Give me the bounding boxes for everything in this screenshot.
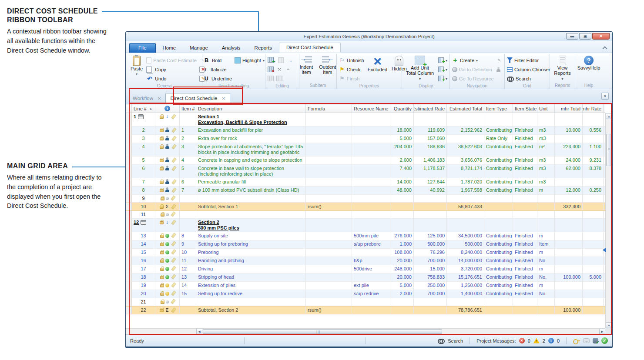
cell-qty[interactable] — [390, 307, 414, 314]
grid-row-2[interactable]: 21Excavation and backfill for pier18.000… — [126, 127, 605, 135]
cell-line[interactable]: 6 — [132, 165, 155, 178]
cell-total[interactable]: 1,400.000 — [447, 290, 484, 298]
cell-info[interactable]: Σ — [155, 307, 180, 314]
cell-qty[interactable] — [390, 219, 414, 232]
cell-resource[interactable] — [352, 219, 390, 232]
cell-gutter[interactable] — [126, 298, 132, 306]
cell-qty[interactable] — [390, 113, 414, 126]
vertical-scrollbar[interactable]: ▲ ▼ — [605, 113, 612, 328]
insert-row-button[interactable]: ▾ — [268, 57, 275, 63]
cell-line[interactable]: 21 — [132, 298, 155, 306]
cell-total[interactable]: 8,240.000 — [447, 249, 484, 257]
copy-button[interactable]: Copy — [145, 65, 198, 74]
paste-cost-estimate-button[interactable]: Paste Cost Estimate — [145, 56, 198, 65]
cell-resource[interactable] — [352, 211, 390, 218]
grid-row-7[interactable]: 76Permeable granular fill14.000127.6441,… — [126, 178, 605, 187]
cell-qty[interactable] — [390, 195, 414, 202]
cell-formula[interactable] — [306, 249, 352, 257]
cell-unit[interactable] — [537, 203, 555, 210]
cell-item[interactable] — [180, 211, 196, 218]
cell-mhrt[interactable] — [555, 290, 583, 298]
cell-info[interactable] — [155, 298, 180, 306]
cell-qty[interactable]: 20.000 — [390, 273, 414, 281]
cell-unit[interactable]: m — [537, 282, 555, 290]
cell-item[interactable]: 4 — [180, 157, 196, 164]
status-search-icon[interactable] — [438, 339, 445, 343]
italicize-button[interactable]: IItalicize — [203, 65, 233, 74]
cell-gutter[interactable] — [126, 113, 132, 126]
column-header-qty[interactable]: Quantity — [390, 104, 414, 113]
cell-info[interactable] — [155, 187, 180, 194]
delete-row-button[interactable] — [268, 67, 274, 72]
cell-info[interactable] — [155, 211, 180, 218]
column-header-type[interactable]: Item Type — [484, 104, 513, 113]
minimize-button[interactable]: ▬ — [566, 33, 578, 40]
cell-state[interactable]: Finished — [513, 257, 537, 265]
column-header-desc[interactable]: Description — [196, 104, 306, 113]
cell-resource[interactable] — [352, 165, 390, 178]
database-status-icon[interactable] — [593, 338, 598, 343]
cell-unit[interactable]: m — [537, 249, 555, 257]
cell-line[interactable]: 10 — [132, 203, 155, 210]
cell-resource[interactable] — [352, 249, 390, 257]
cell-formula[interactable] — [306, 282, 352, 290]
cell-info[interactable] — [155, 282, 180, 290]
cell-unit[interactable]: m3 — [537, 165, 555, 178]
horizontal-scrollbar[interactable]: ◀ ▶ — [126, 328, 605, 334]
cell-info[interactable]: ↓ — [155, 113, 180, 126]
cell-line[interactable]: 3 — [132, 135, 155, 143]
cell-mhrt[interactable] — [555, 219, 583, 232]
cell-rate[interactable]: 127.644 — [414, 178, 447, 186]
cell-mhrt[interactable] — [555, 211, 583, 218]
cell-resource[interactable]: 500mm pile — [352, 232, 390, 240]
cell-line[interactable]: 16 — [132, 257, 155, 265]
cell-gutter[interactable] — [126, 143, 132, 156]
cell-info[interactable] — [155, 165, 180, 178]
cell-mhrt[interactable]: 332.400 — [555, 203, 583, 210]
cell-rate[interactable]: 250.000 — [414, 282, 447, 290]
cell-type[interactable]: Contributing — [484, 240, 513, 248]
cell-formula[interactable] — [306, 257, 352, 265]
column-header-item[interactable]: Item # — [180, 104, 196, 113]
cell-line[interactable]: 18 — [132, 273, 155, 281]
cell-type[interactable]: Contributing — [484, 187, 513, 194]
cell-state[interactable]: Finished — [513, 265, 537, 273]
cell-qty[interactable]: 14.000 — [390, 178, 414, 186]
cell-formula[interactable] — [306, 195, 352, 202]
cell-state[interactable]: Finished — [513, 127, 537, 134]
cell-desc[interactable]: Supply on site — [196, 232, 306, 240]
info-count[interactable]: 0 — [557, 338, 560, 343]
cell-formula[interactable] — [306, 135, 352, 143]
cell-rate[interactable] — [414, 211, 447, 218]
cell-rate[interactable]: 500.000 — [414, 240, 447, 248]
cell-total[interactable] — [447, 135, 484, 143]
cell-type[interactable] — [484, 307, 513, 314]
tab-list-dropdown[interactable]: ▼ — [601, 93, 609, 100]
tab-direct-cost-schedule[interactable]: Direct Cost Schedule — [279, 43, 341, 53]
tab-analysis[interactable]: Analysis — [215, 43, 248, 53]
cell-item[interactable] — [180, 203, 196, 210]
cell-mhrt[interactable] — [555, 265, 583, 273]
cell-mhrr[interactable] — [583, 211, 604, 218]
cell-mhrt[interactable] — [555, 257, 583, 265]
cell-desc[interactable] — [196, 211, 306, 218]
grid-row-11[interactable]: 11 — [126, 211, 605, 219]
cell-desc[interactable]: Driving — [196, 265, 306, 273]
cell-item[interactable] — [180, 307, 196, 314]
cell-total[interactable]: 1,250.000 — [447, 282, 484, 290]
cell-gutter[interactable] — [126, 273, 132, 281]
cell-formula[interactable] — [306, 298, 352, 306]
grid-options-button[interactable] — [276, 76, 282, 81]
cell-type[interactable]: Contributing — [484, 282, 513, 290]
cell-item[interactable]: 6 — [180, 178, 196, 186]
cell-resource[interactable] — [352, 143, 390, 156]
cell-mhrr[interactable] — [583, 178, 604, 186]
cell-item[interactable]: 7 — [180, 187, 196, 194]
cell-resource[interactable] — [352, 273, 390, 281]
warning-count[interactable]: 2 — [543, 338, 545, 343]
cell-state[interactable]: Finished — [513, 157, 537, 164]
cell-qty[interactable] — [390, 203, 414, 210]
cell-qty[interactable]: 5.000 — [390, 135, 414, 143]
cell-rate[interactable] — [414, 113, 447, 126]
cell-line[interactable]: 22 — [132, 307, 155, 314]
